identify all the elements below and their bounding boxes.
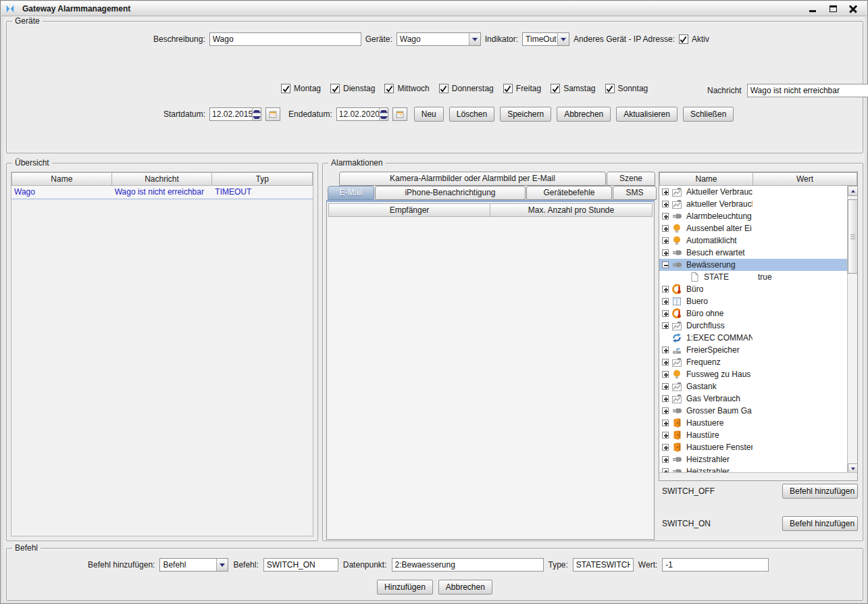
expand-icon[interactable] (662, 237, 669, 244)
tab-szene[interactable]: Szene (607, 172, 655, 186)
expand-icon[interactable] (662, 213, 669, 220)
startdatum-spinner[interactable]: 12.02.2015 (209, 107, 261, 121)
geraete-combobox[interactable]: Wago (397, 32, 481, 46)
expand-icon[interactable] (662, 310, 669, 317)
tree-item[interactable]: FreierSpeicher (659, 344, 847, 356)
weekday-checkbox[interactable] (605, 84, 615, 93)
tree-item[interactable]: Frequenz (659, 356, 847, 368)
endedatum-spinner[interactable]: 12.02.2020 (336, 107, 388, 121)
expand-icon[interactable] (662, 298, 669, 305)
tree-vertical-scrollbar[interactable] (847, 186, 857, 474)
email-column-header[interactable]: Max. Anzahl pro Stunde (490, 203, 653, 217)
tree-item[interactable]: Büro ohne (659, 307, 847, 320)
geraete-combobox-button[interactable] (469, 33, 480, 45)
tree-item[interactable]: Durchfluss (659, 320, 847, 332)
tree-item[interactable]: Bewässerung (659, 259, 847, 271)
beschreibung-input[interactable] (209, 32, 361, 46)
tree-item[interactable]: 1:EXEC COMMAND (659, 332, 847, 344)
schlieen-button[interactable]: Schließen (683, 107, 734, 122)
tree-item[interactable]: Haustüre (659, 429, 847, 441)
endedatum-calendar-button[interactable] (392, 107, 407, 121)
tree-horizontal-scrollbar[interactable] (659, 472, 857, 480)
tree-item[interactable]: aktueller Verbrauch (659, 198, 847, 210)
expand-icon[interactable] (662, 225, 669, 232)
wert-input[interactable] (662, 558, 769, 572)
uebersicht-column-header[interactable]: Typ (212, 172, 313, 186)
weekday-checkbox[interactable] (330, 84, 340, 93)
tree-item[interactable]: Alarmbeleuchtung (659, 210, 847, 222)
abbrechen-button[interactable]: Abbrechen (438, 580, 492, 595)
expand-icon[interactable] (662, 188, 669, 195)
tree-item[interactable]: Buero (659, 295, 847, 307)
tree-item[interactable]: Aktueller Verbrauch (659, 186, 847, 198)
weekday-checkbox[interactable] (384, 84, 394, 93)
expand-icon[interactable] (662, 249, 669, 256)
expand-icon[interactable] (662, 201, 669, 207)
tree-item[interactable]: Besuch erwartet (659, 247, 847, 259)
tree-item[interactable]: Gas Verbrauch (659, 393, 847, 405)
table-row[interactable]: WagoWago ist nicht erreichbarTIMEOUT (11, 186, 313, 199)
tree-item[interactable]: Haustuere (659, 417, 847, 429)
aktiv-checkbox[interactable] (679, 34, 688, 44)
hinzufgen-button[interactable]: Hinzufügen (377, 580, 433, 595)
switch-off-add-command-button[interactable]: Befehl hinzufügen (782, 484, 858, 499)
uebersicht-column-header[interactable]: Nachricht (112, 172, 213, 186)
expand-icon[interactable] (662, 432, 669, 438)
datenpunkt-input[interactable] (392, 558, 544, 572)
tree-item[interactable]: Aussenbel alter Ei (659, 222, 847, 234)
abbrechen-button[interactable]: Abbrechen (557, 107, 611, 122)
spinner-up-button[interactable] (380, 108, 388, 114)
scroll-up-button[interactable] (848, 186, 858, 196)
uebersicht-column-header[interactable]: Name (11, 172, 112, 186)
tab-ger-tebefehle[interactable]: Gerätebefehle (526, 186, 612, 200)
tree-item[interactable]: Automatiklicht (659, 234, 847, 247)
tree-item[interactable]: Büro (659, 283, 847, 295)
tab-e-mail[interactable]: E-Mail (328, 186, 374, 200)
tree-item[interactable]: Heizstrahler (659, 453, 847, 465)
nachricht-input[interactable] (747, 84, 868, 97)
expand-icon[interactable] (662, 322, 669, 329)
tree-item[interactable]: Gastank (659, 380, 847, 393)
tree-item[interactable]: Fussweg zu Haus (659, 368, 847, 380)
spinner-down-button[interactable] (380, 114, 388, 120)
weekday-checkbox[interactable] (439, 84, 449, 93)
expand-icon[interactable] (662, 456, 669, 463)
weekday-checkbox[interactable] (281, 84, 290, 93)
tab-iphone-benachrichtigung[interactable]: iPhone-Benachrichtigung (375, 186, 526, 200)
email-table-body[interactable] (328, 218, 653, 538)
aktualisieren-button[interactable]: Aktualisieren (616, 107, 678, 122)
minimize-button[interactable] (806, 3, 819, 14)
weekday-checkbox[interactable] (503, 84, 513, 93)
tree-column-header[interactable]: Wert (753, 172, 857, 186)
expand-icon[interactable] (662, 420, 669, 426)
tree-item[interactable]: STATEtrue (659, 271, 847, 283)
switch-on-add-command-button[interactable]: Befehl hinzufügen (782, 516, 858, 531)
befehl-typ-combobox[interactable]: Befehl (159, 558, 228, 572)
expand-icon[interactable] (662, 407, 669, 414)
email-column-header[interactable]: Empfänger (328, 203, 490, 217)
weekday-checkbox[interactable] (551, 84, 560, 93)
spinner-down-button[interactable] (253, 114, 261, 120)
startdatum-calendar-button[interactable] (265, 107, 280, 121)
expand-icon[interactable] (662, 347, 669, 353)
indikator-combobox[interactable]: TimeOut (522, 32, 569, 46)
tree-item[interactable]: Haustuere Fenster (659, 441, 847, 453)
close-button[interactable] (846, 3, 860, 14)
lschen-button[interactable]: Löschen (449, 107, 494, 122)
indikator-combobox-button[interactable] (557, 33, 569, 45)
speichern-button[interactable]: Speichern (500, 107, 551, 122)
tree-item[interactable]: Grosser Baum Ga (659, 405, 847, 417)
expand-icon[interactable] (662, 286, 669, 293)
maximize-button[interactable] (826, 3, 840, 14)
expand-icon[interactable] (662, 444, 669, 451)
tab-sms[interactable]: SMS (613, 186, 657, 200)
expand-icon[interactable] (662, 359, 669, 366)
expand-icon[interactable] (662, 395, 669, 402)
tree-column-header[interactable]: Name (659, 172, 753, 186)
collapse-icon[interactable] (662, 261, 669, 268)
befehl-typ-combobox-button[interactable] (216, 559, 228, 571)
scrollbar-thumb[interactable] (848, 199, 858, 274)
neu-button[interactable]: Neu (414, 107, 444, 122)
type-input[interactable] (573, 558, 634, 572)
expand-icon[interactable] (662, 371, 669, 378)
